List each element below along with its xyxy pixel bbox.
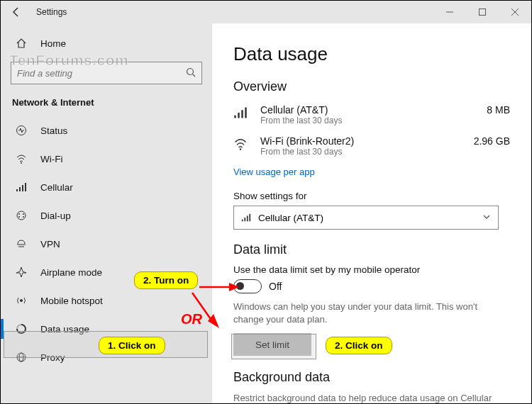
sidebar-group-header: Network & Internet: [1, 91, 212, 116]
chevron-down-icon: [482, 213, 491, 223]
svg-rect-26: [242, 220, 243, 222]
wifi-icon: [233, 137, 252, 154]
sidebar-item-label: Data usage: [40, 324, 89, 335]
window-controls: [433, 1, 531, 23]
sidebar-item-label: Status: [40, 125, 67, 136]
data-limit-help-text: Windows can help you stay under your dat…: [233, 301, 510, 326]
svg-point-12: [17, 211, 26, 220]
page-title: Data usage: [233, 43, 510, 65]
svg-rect-24: [245, 108, 247, 118]
svg-point-15: [18, 216, 20, 218]
svg-rect-28: [247, 215, 248, 221]
data-limit-header: Data limit: [233, 242, 510, 257]
close-button[interactable]: [499, 1, 531, 23]
titlebar: Settings: [1, 1, 531, 23]
svg-rect-21: [234, 116, 236, 118]
sidebar-item-cellular[interactable]: Cellular: [1, 173, 212, 201]
svg-marker-31: [229, 283, 239, 291]
home-icon: [15, 37, 28, 50]
svg-rect-23: [241, 110, 243, 118]
svg-point-17: [20, 299, 23, 302]
svg-rect-1: [480, 9, 486, 16]
usage-row-wifi: Wi-Fi (Brink-Router2) From the last 30 d…: [233, 133, 510, 164]
background-data-header: Background data: [233, 370, 510, 385]
annotation-step2a: 2. Turn on: [134, 271, 198, 289]
search-input[interactable]: [17, 68, 186, 79]
sidebar-item-label: Dial-up: [40, 211, 71, 221]
svg-point-13: [18, 213, 20, 215]
dropdown-value: Cellular (AT&T): [258, 213, 323, 223]
annotation-or: OR: [181, 311, 202, 327]
sidebar-item-wifi[interactable]: Wi-Fi: [1, 145, 212, 173]
set-limit-button[interactable]: Set limit: [233, 333, 311, 356]
sidebar-item-label: Cellular: [40, 182, 73, 193]
window-title: Settings: [36, 7, 433, 17]
usage-row-cellular: Cellular (AT&T) From the last 30 days 8 …: [233, 101, 510, 133]
show-settings-label: Show settings for: [233, 191, 510, 201]
sidebar-item-hotspot[interactable]: Mobile hotspot: [1, 286, 212, 315]
svg-point-4: [187, 68, 194, 74]
show-settings-dropdown[interactable]: Cellular (AT&T): [233, 206, 499, 230]
wifi-icon: [15, 152, 28, 165]
dialup-icon: [15, 209, 28, 222]
svg-point-25: [240, 148, 242, 150]
svg-rect-22: [238, 113, 240, 118]
search-box[interactable]: [11, 62, 202, 84]
usage-name: Wi-Fi (Brink-Router2): [260, 135, 467, 147]
sidebar-item-label: Airplane mode: [40, 267, 102, 278]
svg-rect-27: [244, 218, 245, 221]
view-usage-per-app-link[interactable]: View usage per app: [233, 167, 315, 177]
annotation-step1: 1. Click on: [99, 337, 165, 354]
sidebar-item-status[interactable]: Status: [1, 116, 212, 145]
usage-name: Cellular (AT&T): [260, 104, 480, 116]
data-usage-icon: [15, 322, 28, 335]
svg-point-16: [23, 216, 24, 218]
usage-value: 8 MB: [487, 104, 510, 116]
sidebar-item-label: VPN: [40, 239, 60, 249]
sidebar-item-dialup[interactable]: Dial-up: [1, 201, 212, 230]
maximize-button[interactable]: [466, 1, 499, 23]
usage-value: 2.96 GB: [474, 135, 510, 147]
svg-rect-11: [25, 183, 26, 191]
background-data-text: Restrict background data to help reduce …: [233, 392, 510, 403]
status-icon: [15, 124, 28, 137]
airplane-icon: [15, 266, 28, 279]
proxy-icon: [15, 351, 28, 364]
hotspot-icon: [15, 294, 28, 307]
svg-point-7: [21, 162, 22, 164]
svg-point-14: [23, 213, 24, 215]
sidebar-home[interactable]: Home: [1, 29, 212, 57]
svg-rect-29: [249, 214, 250, 222]
toggle-state-label: Off: [269, 281, 282, 292]
vpn-icon: [15, 237, 28, 250]
overview-header: Overview: [233, 79, 510, 94]
usage-sub: From the last 30 days: [260, 147, 467, 157]
cellular-icon: [241, 213, 251, 223]
use-operator-label: Use the data limit set by my mobile oper…: [233, 264, 510, 275]
sidebar-item-label: Proxy: [40, 352, 65, 363]
back-button[interactable]: [1, 1, 32, 23]
svg-line-5: [193, 74, 196, 77]
svg-rect-9: [19, 187, 21, 191]
minimize-button[interactable]: [433, 1, 466, 23]
svg-rect-8: [16, 189, 18, 191]
annotation-step2b: 2. Click on: [326, 337, 392, 354]
sidebar-item-label: Mobile hotspot: [40, 296, 103, 306]
cellular-icon: [15, 181, 28, 193]
cellular-icon: [233, 106, 252, 123]
sidebar-home-label: Home: [40, 38, 66, 49]
sidebar-item-vpn[interactable]: VPN: [1, 230, 212, 258]
usage-sub: From the last 30 days: [260, 116, 480, 125]
sidebar-item-label: Wi-Fi: [40, 154, 62, 164]
svg-rect-10: [22, 185, 23, 191]
search-icon: [186, 67, 196, 79]
